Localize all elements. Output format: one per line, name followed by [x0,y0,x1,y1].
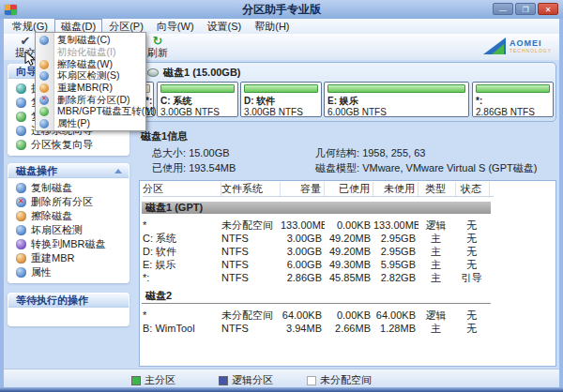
partition-usage-bar [476,84,550,93]
chevron-up-icon[interactable] [114,169,122,173]
mouse-cursor [24,51,37,67]
partition-usage-bar [160,84,235,93]
legend-logical: 逻辑分区 [219,373,273,387]
pending-operations-title: 等待执行的操作 [16,294,88,306]
delete-all-partitions-icon [16,197,26,207]
logo-name: AOMEI [510,38,552,48]
convert-to-mbr-icon [16,239,26,249]
copy-disk-wizard-icon [16,98,26,108]
disk-model: 磁盘模型: VMware, VMware Virtual S (GPT磁盘) [315,161,537,175]
menu-item-convert-mbr-gpt[interactable]: MBR/GPT磁盘互转(M) [36,106,145,118]
sidebar-item-delete-all-partitions[interactable]: 删除所有分区 [8,195,129,209]
logical-partition-swatch [219,376,228,385]
sidebar-item-partition-recovery-wizard[interactable]: 分区恢复向导 [8,138,129,152]
status-bar: 主分区 逻辑分区 未分配空间 [4,369,559,388]
disk-operations-header[interactable]: 磁盘操作 [8,163,129,178]
delete-all-partitions-icon [39,96,49,105]
disk2-group-header[interactable]: 磁盘2 [145,289,172,303]
pending-operations-list [8,308,129,326]
convert-mbr-gpt-icon [39,107,49,116]
disk-info-title: 磁盘1信息 [141,129,188,143]
partition-block-c[interactable]: C: 系统 3.00GB NTFS [157,82,238,117]
table-row[interactable]: * 未分配空间 64.00KB 0.00KB 64.00KB 逻辑 无 [143,309,490,322]
disk1-group-header[interactable]: 磁盘1 (GPT) [142,202,491,214]
partition-block-e[interactable]: E: 娱乐 6.00GB NTFS [324,82,469,117]
menu-settings[interactable]: 设置(S) [201,19,249,35]
partition-block-star[interactable]: *: 2.86GB NTFS [472,82,554,117]
close-button[interactable]: ✕ [538,3,558,15]
table-row[interactable]: *: NTFS 2.86GB 45.85MB 2.82GB 主 引导 [143,271,490,284]
wipe-disk-icon [16,211,26,221]
partition-usage-bar [327,84,465,93]
disk-map-panel: 磁盘1 (15.00GB) *: 133.00MB C: 系统 3.00GB N… [139,62,556,122]
unallocated-space-swatch [307,376,316,385]
titlebar: 分区助手专业版 — ❐ ✕ [0,0,563,19]
hdd-icon [147,68,159,77]
menu-item-delete-all-partitions[interactable]: 删除所有分区(D) [36,94,145,106]
aomei-logo: AOMEI TECHNOLOGY [483,38,552,54]
menu-wizard[interactable]: 向导(W) [150,19,201,35]
primary-partition-swatch [131,376,141,385]
menu-item-initialize-disk: 初始化磁盘(I) [36,47,145,59]
refresh-button[interactable]: ↻ 刷新 [144,35,172,58]
table-row[interactable]: D: 软件 NTFS 3.00GB 49.20MB 2.95GB 主 无 [143,245,490,258]
menu-item-bad-sector-check[interactable]: 坏扇区检测(S) [36,70,145,83]
logo-subtitle: TECHNOLOGY [510,48,552,53]
menu-item-copy-disk[interactable]: 复制磁盘(C) [36,35,145,47]
rebuild-mbr-icon [39,83,49,93]
check-icon: ✔ [21,35,31,47]
copy-disk-icon [16,183,26,193]
table-header-row[interactable]: 分区 文件系统 容量 已使用 未使用 类型 状态 [143,181,494,197]
pending-operations-panel: 等待执行的操作 [8,293,129,326]
window-title: 分区助手专业版 [0,2,563,18]
wizard-panel-title: 向导 [16,66,37,77]
menu-item-wipe-disk[interactable]: 擦除磁盘(W) [36,58,145,70]
rebuild-mbr-icon [16,253,26,264]
maximize-button[interactable]: ❐ [515,3,536,15]
disk1-header[interactable]: 磁盘1 (15.00GB) [140,63,555,80]
table-row[interactable]: C: 系统 NTFS 3.00GB 49.20MB 2.95GB 主 无 [143,232,490,245]
disk-dropdown-menu: 复制磁盘(C) 初始化磁盘(I) 擦除磁盘(W) 坏扇区检测(S) 重建MBR(… [35,32,146,131]
properties-icon [39,119,49,128]
sidebar-item-convert-to-mbr[interactable]: 转换到MBR磁盘 [8,237,129,251]
disk2-group-underline [142,303,491,304]
sidebar-item-copy-disk[interactable]: 复制磁盘 [8,181,129,195]
legend-primary: 主分区 [131,373,175,387]
table-row[interactable]: * 未分配空间 133.00MB 0.00KB 133.00MB 逻辑 无 [143,219,490,232]
disk-used: 已使用: 193.54MB [152,161,236,175]
partition-recovery-wizard-icon [16,140,26,150]
bad-sector-check-icon [39,71,49,81]
partition-block-d[interactable]: D: 软件 3.00GB NTFS [240,82,322,117]
disk-operations-panel: 磁盘操作 复制磁盘 删除所有分区 擦除磁盘 坏扇区检测 转换到MBR磁 [8,163,129,283]
properties-icon [16,267,26,278]
minimize-button[interactable]: — [493,3,513,15]
menu-help[interactable]: 帮助(H) [248,19,296,35]
refresh-icon: ↻ [153,35,163,47]
pending-operations-header[interactable]: 等待执行的操作 [8,293,129,308]
copy-partition-wizard-icon [16,112,26,122]
no-icon [39,48,49,57]
table-row[interactable]: B: WimTool NTFS 3.94MB 2.66MB 1.28MB 主 无 [143,322,490,335]
wipe-disk-icon [39,60,49,69]
legend-unallocated: 未分配空间 [307,373,372,387]
bad-sector-check-icon [16,225,26,235]
disk-total-size: 总大小: 15.00GB [152,146,230,160]
extend-wizard-icon [16,83,26,94]
disk1-header-label: 磁盘1 (15.00GB) [163,66,241,80]
partition-usage-bar [244,84,318,93]
disk-info-section: 磁盘1信息 总大小: 15.00GB 已使用: 193.54MB 几何结构: 1… [139,128,560,178]
app-window: { "window": { "title": "分区助手专业版", "minim… [0,0,563,392]
table-row[interactable]: E: 娱乐 NTFS 6.00GB 49.30MB 5.95GB 主 无 [143,258,490,271]
menu-item-properties[interactable]: 属性(P) [36,118,145,130]
copy-disk-icon [39,36,49,45]
logo-triangle-icon [483,38,506,54]
refresh-label: 刷新 [147,47,168,58]
sidebar-item-properties[interactable]: 属性 [8,265,129,279]
sidebar-item-wipe-disk[interactable]: 擦除磁盘 [8,209,129,223]
partition-table: 分区 文件系统 容量 已使用 未使用 类型 状态 磁盘1 (GPT) * 未分配… [139,180,556,367]
sidebar-item-bad-sector-check[interactable]: 坏扇区检测 [8,223,129,237]
menu-item-rebuild-mbr[interactable]: 重建MBR(R) [36,83,145,95]
disk-geometry: 几何结构: 1958, 255, 63 [315,146,425,160]
sidebar-item-rebuild-mbr[interactable]: 重建MBR [8,251,129,265]
migrate-os-wizard-icon [16,126,26,136]
